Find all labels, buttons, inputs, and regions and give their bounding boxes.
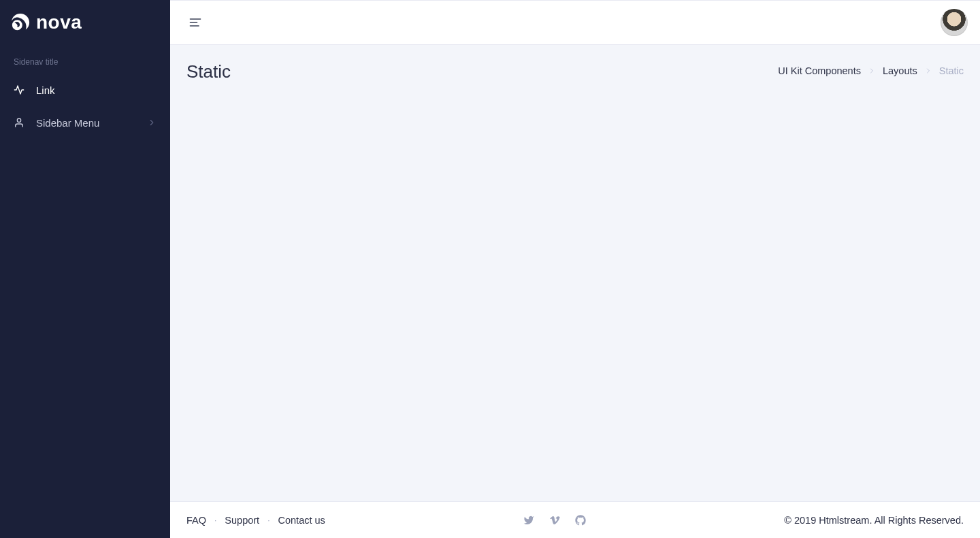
sidebar-toggle-button[interactable] bbox=[188, 15, 203, 30]
user-icon bbox=[14, 117, 24, 128]
page-title: Static bbox=[186, 61, 231, 82]
brand-logo[interactable]: nova bbox=[10, 12, 82, 33]
breadcrumb-item[interactable]: UI Kit Components bbox=[778, 65, 861, 76]
chevron-right-icon bbox=[924, 67, 932, 75]
breadcrumb: UI Kit Components Layouts Static bbox=[778, 61, 964, 76]
footer-links: FAQ · Support · Contact us bbox=[186, 515, 325, 526]
user-avatar[interactable] bbox=[941, 9, 968, 36]
breadcrumb-item[interactable]: Layouts bbox=[883, 65, 917, 76]
activity-icon bbox=[14, 84, 24, 95]
footer: FAQ · Support · Contact us © 2019 Htmlst… bbox=[170, 501, 980, 538]
main-column: Static UI Kit Components Layouts Static … bbox=[170, 0, 980, 538]
footer-link-faq[interactable]: FAQ bbox=[186, 515, 206, 526]
sidebar-item-sidebar-menu[interactable]: Sidebar Menu bbox=[0, 106, 170, 139]
separator-dot: · bbox=[214, 516, 216, 525]
logo-wrap: nova bbox=[0, 0, 170, 45]
footer-link-support[interactable]: Support bbox=[225, 515, 259, 526]
brand-text: nova bbox=[36, 12, 82, 33]
footer-social bbox=[325, 515, 784, 526]
sidebar-item-label: Sidebar Menu bbox=[36, 117, 147, 129]
nova-logo-icon bbox=[10, 12, 31, 33]
sidenav-section-title: Sidenav title bbox=[0, 45, 170, 74]
chevron-right-icon bbox=[147, 118, 157, 127]
svg-point-1 bbox=[17, 118, 20, 122]
footer-link-contact[interactable]: Contact us bbox=[278, 515, 325, 526]
sidebar-item-link[interactable]: Link bbox=[0, 74, 170, 106]
breadcrumb-item-current: Static bbox=[939, 65, 964, 76]
twitter-icon[interactable] bbox=[523, 515, 534, 526]
header bbox=[170, 0, 980, 45]
chevron-right-icon bbox=[868, 67, 876, 75]
sidebar-item-label: Link bbox=[36, 84, 157, 96]
content-area: Static UI Kit Components Layouts Static bbox=[170, 45, 980, 501]
vimeo-icon[interactable] bbox=[549, 515, 560, 526]
footer-copyright: © 2019 Htmlstream. All Rights Reserved. bbox=[784, 515, 964, 526]
svg-point-0 bbox=[12, 20, 22, 30]
sidebar: nova Sidenav title Link Sidebar Menu bbox=[0, 0, 170, 538]
separator-dot: · bbox=[267, 516, 270, 525]
github-icon[interactable] bbox=[575, 515, 586, 526]
